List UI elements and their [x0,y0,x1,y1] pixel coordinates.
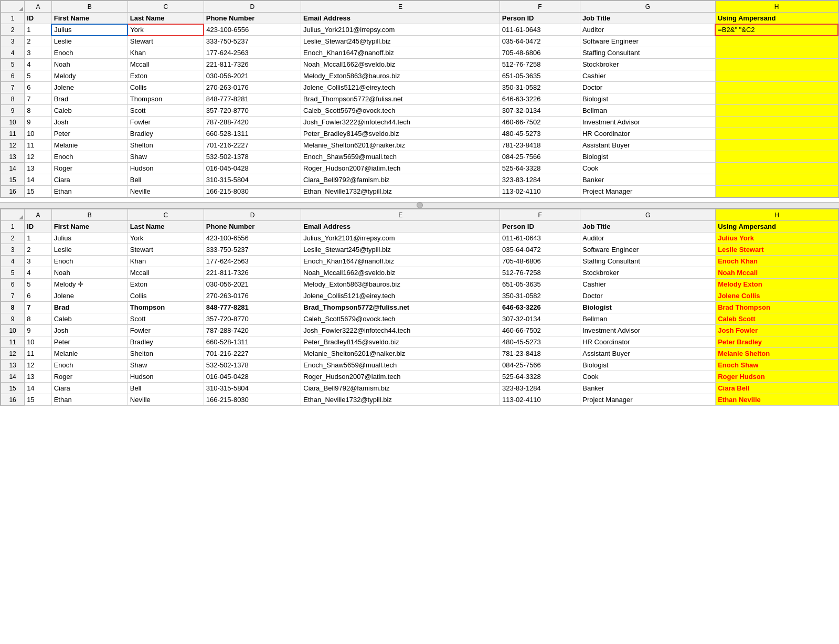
bottom-cell-d8[interactable]: 848-777-8281 [204,302,301,313]
bottom-cell-f5[interactable]: 512-76-7258 [500,267,580,279]
bottom-cell-f11[interactable]: 480-45-5273 [500,336,580,348]
bottom-col-letter-a[interactable]: A [25,209,52,221]
cell-h16[interactable] [715,186,838,197]
cell-h9[interactable] [715,105,838,117]
cell-b16[interactable]: Ethan [51,186,128,197]
bottom-cell-h10[interactable]: Josh Fowler [716,325,838,336]
bottom-cell-e3[interactable]: Leslie_Stewart245@typill.biz [301,244,500,256]
cell-e8[interactable]: Brad_Thompson5772@fuliss.net [301,93,500,105]
cell-f3[interactable]: 035-64-0472 [500,36,580,47]
cell-g5[interactable]: Stockbroker [580,59,715,70]
col-letter-c[interactable]: C [128,1,204,13]
cell-f9[interactable]: 307-32-0134 [500,105,580,117]
bottom-cell-h9[interactable]: Caleb Scott [716,313,838,325]
cell-g16[interactable]: Project Manager [580,186,715,197]
cell-g4[interactable]: Staffing Consultant [580,47,715,59]
bottom-cell-b9[interactable]: Caleb [51,313,128,325]
cell-d8[interactable]: 848-777-8281 [204,93,301,105]
cell-d7[interactable]: 270-263-0176 [204,82,301,93]
cell-e14[interactable]: Roger_Hudson2007@iatim.tech [301,163,500,174]
bottom-cell-b11[interactable]: Peter [51,336,128,348]
bottom-col-letter-e[interactable]: E [301,209,500,221]
bottom-cell-g15[interactable]: Banker [580,383,716,394]
cell-a11[interactable]: 10 [25,128,52,140]
cell-h15[interactable] [715,174,838,186]
bottom-cell-b4[interactable]: Enoch [51,256,128,267]
cell-h10[interactable] [715,117,838,128]
bottom-cell-a4[interactable]: 3 [25,256,52,267]
cell-f6[interactable]: 651-05-3635 [500,70,580,82]
cell-b10[interactable]: Josh [51,117,128,128]
bottom-cell-b12[interactable]: Melanie [51,348,128,360]
col-letter-b[interactable]: B [51,1,128,13]
bottom-cell-c9[interactable]: Scott [128,313,204,325]
cell-h12[interactable] [715,140,838,151]
bottom-cell-h8[interactable]: Brad Thompson [716,302,838,313]
bottom-cell-c6[interactable]: Exton [128,279,204,290]
cell-g3[interactable]: Software Engineer [580,36,715,47]
bottom-cell-g11[interactable]: HR Coordinator [580,336,716,348]
bottom-cell-g5[interactable]: Stockbroker [580,267,716,279]
cell-g12[interactable]: Assistant Buyer [580,140,715,151]
cell-f15[interactable]: 323-83-1284 [500,174,580,186]
bottom-cell-a9[interactable]: 8 [25,313,52,325]
bottom-cell-h15[interactable]: Ciara Bell [716,383,838,394]
cell-b2[interactable]: Julius [51,24,128,36]
bottom-cell-f13[interactable]: 084-25-7566 [500,360,580,371]
bottom-cell-c11[interactable]: Bradley [128,336,204,348]
bottom-cell-e5[interactable]: Noah_Mccall1662@sveldo.biz [301,267,500,279]
bottom-cell-a13[interactable]: 12 [25,360,52,371]
bottom-cell-a5[interactable]: 4 [25,267,52,279]
bottom-cell-b8[interactable]: Brad [51,302,128,313]
cell-c15[interactable]: Bell [128,174,204,186]
bottom-cell-d3[interactable]: 333-750-5237 [204,244,301,256]
bottom-cell-c12[interactable]: Shelton [128,348,204,360]
cell-b14[interactable]: Roger [51,163,128,174]
cell-a6[interactable]: 5 [25,70,52,82]
cell-c9[interactable]: Scott [128,105,204,117]
cell-f5[interactable]: 512-76-7258 [500,59,580,70]
bottom-cell-g13[interactable]: Biologist [580,360,716,371]
cell-a13[interactable]: 12 [25,151,52,163]
bottom-cell-d13[interactable]: 532-502-1378 [204,360,301,371]
bottom-cell-h5[interactable]: Noah Mccall [716,267,838,279]
cell-e3[interactable]: Leslie_Stewart245@typill.biz [301,36,500,47]
cell-h4[interactable] [715,47,838,59]
cell-b8[interactable]: Brad [51,93,128,105]
cell-c6[interactable]: Exton [128,70,204,82]
cell-c4[interactable]: Khan [128,47,204,59]
bottom-cell-f7[interactable]: 350-31-0582 [500,290,580,302]
cell-h6[interactable] [715,70,838,82]
bottom-cell-e16[interactable]: Ethan_Neville1732@typill.biz [301,394,500,406]
bottom-cell-g9[interactable]: Bellman [580,313,716,325]
cell-b6[interactable]: Melody [51,70,128,82]
bottom-col-letter-d[interactable]: D [204,209,301,221]
cell-a4[interactable]: 3 [25,47,52,59]
bottom-cell-b2[interactable]: Julius [51,233,128,244]
cell-h11[interactable] [715,128,838,140]
bottom-cell-g16[interactable]: Project Manager [580,394,716,406]
bottom-cell-c5[interactable]: Mccall [128,267,204,279]
bottom-cell-b10[interactable]: Josh [51,325,128,336]
cell-h8[interactable] [715,93,838,105]
cell-b4[interactable]: Enoch [51,47,128,59]
cell-h13[interactable] [715,151,838,163]
cell-b15[interactable]: Ciara [51,174,128,186]
cell-f13[interactable]: 084-25-7566 [500,151,580,163]
bottom-cell-c13[interactable]: Shaw [128,360,204,371]
bottom-cell-f12[interactable]: 781-23-8418 [500,348,580,360]
cell-f16[interactable]: 113-02-4110 [500,186,580,197]
cell-a14[interactable]: 13 [25,163,52,174]
bottom-cell-g3[interactable]: Software Engineer [580,244,716,256]
bottom-cell-d15[interactable]: 310-315-5804 [204,383,301,394]
bottom-cell-c16[interactable]: Neville [128,394,204,406]
cell-f4[interactable]: 705-48-6806 [500,47,580,59]
bottom-cell-d10[interactable]: 787-288-7420 [204,325,301,336]
cell-f12[interactable]: 781-23-8418 [500,140,580,151]
bottom-col-letter-c[interactable]: C [128,209,204,221]
bottom-cell-b5[interactable]: Noah [51,267,128,279]
bottom-cell-e8[interactable]: Brad_Thompson5772@fuliss.net [301,302,500,313]
bottom-cell-e9[interactable]: Caleb_Scott5679@ovock.tech [301,313,500,325]
bottom-cell-d14[interactable]: 016-045-0428 [204,371,301,383]
bottom-col-letter-f[interactable]: F [500,209,580,221]
